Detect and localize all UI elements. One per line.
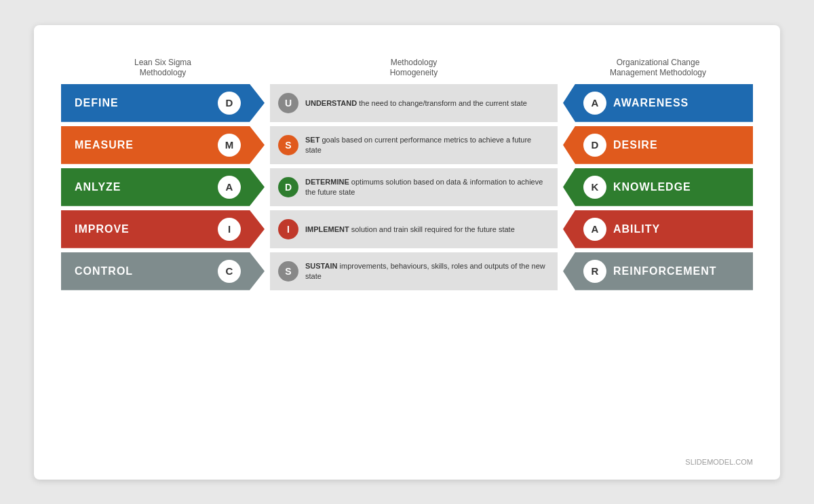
mid-item-text: SET goals based on current performance m… bbox=[305, 135, 549, 155]
left-item-letter: C bbox=[218, 260, 241, 283]
mid-item-1: S SET goals based on current performance… bbox=[270, 126, 558, 164]
main-content: DEFINE D MEASURE M ANLYZE A IMPROVE I CO… bbox=[61, 84, 753, 454]
mid-item-circle: D bbox=[278, 177, 298, 197]
left-item-label: DEFINE bbox=[75, 97, 218, 109]
mid-item-circle: I bbox=[278, 219, 298, 239]
mid-item-2: D DETERMINE optimums solution based on d… bbox=[270, 168, 558, 206]
right-item-letter: D bbox=[583, 134, 606, 157]
mid-col-header: MethodologyHomogeneity bbox=[265, 58, 563, 79]
left-item-label: IMPROVE bbox=[75, 223, 218, 235]
left-item-letter: I bbox=[218, 218, 241, 241]
right-item-label: AWARENESS bbox=[613, 97, 689, 109]
left-item-2: ANLYZE A bbox=[61, 168, 265, 206]
left-column: DEFINE D MEASURE M ANLYZE A IMPROVE I CO… bbox=[61, 84, 265, 454]
left-col-header: Lean Six SigmaMethodology bbox=[61, 58, 265, 79]
right-item-letter: K bbox=[583, 176, 606, 199]
left-item-letter: D bbox=[218, 92, 241, 115]
right-item-label: ABILITY bbox=[613, 223, 660, 235]
right-item-label: KNOWLEDGE bbox=[613, 181, 691, 193]
left-item-3: IMPROVE I bbox=[61, 210, 265, 248]
mid-item-text: SUSTAIN improvements, behaviours, skills… bbox=[305, 261, 549, 281]
right-item-2: K KNOWLEDGE bbox=[563, 168, 753, 206]
right-item-letter: A bbox=[583, 218, 606, 241]
left-item-1: MEASURE M bbox=[61, 126, 265, 164]
right-item-letter: R bbox=[583, 260, 606, 283]
columns-header: Lean Six SigmaMethodology MethodologyHom… bbox=[61, 58, 753, 79]
mid-item-circle: S bbox=[278, 261, 298, 282]
right-item-label: REINFORCEMENT bbox=[613, 265, 717, 277]
right-item-1: D DESIRE bbox=[563, 126, 753, 164]
mid-item-text: IMPLEMENT solution and train skill requi… bbox=[305, 225, 515, 234]
right-item-4: R REINFORCEMENT bbox=[563, 252, 753, 290]
mid-item-0: U UNDERSTAND the need to change/transfor… bbox=[270, 84, 558, 122]
right-item-3: A ABILITY bbox=[563, 210, 753, 248]
left-item-letter: M bbox=[218, 134, 241, 157]
left-item-4: CONTROL C bbox=[61, 252, 265, 290]
mid-item-circle: U bbox=[278, 93, 298, 113]
right-item-letter: A bbox=[583, 92, 606, 115]
credit: SLIDEMODEL.COM bbox=[61, 458, 753, 466]
mid-column: U UNDERSTAND the need to change/transfor… bbox=[270, 84, 558, 454]
right-item-label: DESIRE bbox=[613, 139, 658, 151]
left-item-letter: A bbox=[218, 176, 241, 199]
right-col-header: Organizational ChangeManagement Methodol… bbox=[563, 58, 753, 79]
left-item-label: CONTROL bbox=[75, 265, 218, 277]
right-item-0: A AWARENESS bbox=[563, 84, 753, 122]
left-item-label: MEASURE bbox=[75, 139, 218, 151]
right-column: A AWARENESS D DESIRE K KNOWLEDGE A ABILI… bbox=[563, 84, 753, 454]
slide: Lean Six SigmaMethodology MethodologyHom… bbox=[34, 25, 780, 480]
mid-item-text: UNDERSTAND the need to change/transform … bbox=[305, 98, 527, 108]
mid-item-3: I IMPLEMENT solution and train skill req… bbox=[270, 210, 558, 248]
mid-item-4: S SUSTAIN improvements, behaviours, skil… bbox=[270, 252, 558, 290]
mid-item-circle: S bbox=[278, 135, 298, 155]
left-item-label: ANLYZE bbox=[75, 181, 218, 193]
left-item-0: DEFINE D bbox=[61, 84, 265, 122]
mid-item-text: DETERMINE optimums solution based on dat… bbox=[305, 177, 549, 197]
